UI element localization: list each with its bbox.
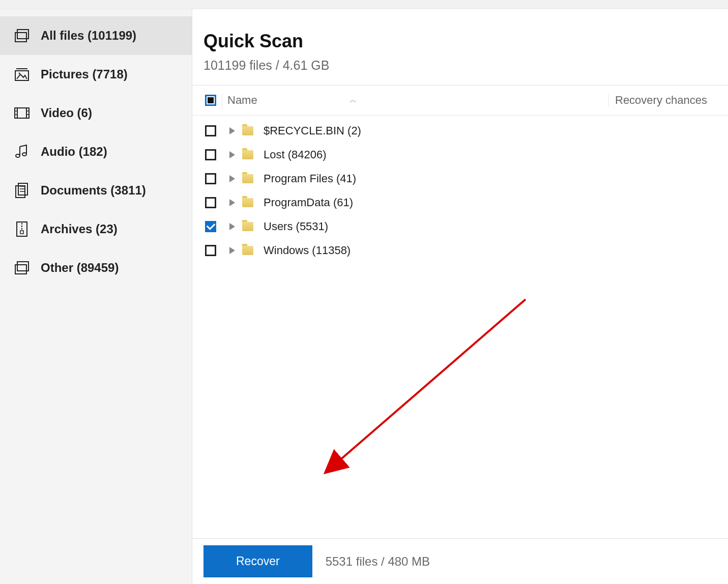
sidebar-item-audio[interactable]: Audio (182)	[0, 132, 192, 171]
folder-icon	[242, 174, 257, 183]
sidebar-item-video[interactable]: Video (6)	[0, 94, 192, 132]
footer-bar: Recover 5531 files / 480 MB	[192, 538, 728, 584]
row-checkbox[interactable]	[205, 125, 216, 136]
table-row[interactable]: Program Files (41)	[192, 166, 728, 190]
expand-toggle[interactable]	[222, 199, 242, 206]
folder-name: $RECYCLE.BIN (2)	[264, 124, 728, 137]
folder-icon	[242, 126, 257, 135]
row-checkbox[interactable]	[205, 221, 216, 232]
sidebar-item-label: Pictures (7718)	[41, 67, 128, 81]
other-icon	[14, 260, 30, 275]
expand-toggle[interactable]	[222, 175, 242, 182]
window-titlebar-strip	[0, 0, 728, 9]
audio-icon	[14, 144, 30, 159]
main-panel: Quick Scan 101199 files / 4.61 GB Name ︿…	[192, 9, 728, 584]
category-sidebar: All files (101199) Pictures (7718) Video…	[0, 9, 192, 584]
sidebar-item-label: Audio (182)	[41, 145, 107, 159]
folder-name: ProgramData (61)	[264, 196, 728, 209]
video-icon	[14, 105, 30, 121]
folder-name: Lost (84206)	[264, 148, 728, 161]
archives-icon	[14, 221, 30, 237]
sidebar-item-label: Archives (23)	[41, 222, 118, 236]
table-row[interactable]: $RECYCLE.BIN (2)	[192, 119, 728, 143]
file-list: $RECYCLE.BIN (2) Lost (84206) Program Fi…	[192, 116, 728, 262]
chevron-right-icon	[229, 247, 235, 254]
sidebar-item-label: Other (89459)	[41, 261, 119, 275]
row-checkbox[interactable]	[205, 173, 216, 184]
row-checkbox[interactable]	[205, 197, 216, 208]
table-row[interactable]: Lost (84206)	[192, 143, 728, 166]
expand-toggle[interactable]	[222, 247, 242, 254]
scan-summary: 101199 files / 4.61 GB	[203, 58, 717, 73]
expand-toggle[interactable]	[222, 151, 242, 158]
chevron-right-icon	[229, 175, 235, 182]
sidebar-item-other[interactable]: Other (89459)	[0, 248, 192, 287]
svg-rect-23	[20, 231, 23, 234]
chevron-right-icon	[229, 151, 235, 158]
documents-icon	[14, 183, 30, 198]
table-row[interactable]: Users (5531)	[192, 214, 728, 238]
svg-point-4	[19, 73, 20, 74]
page-title: Quick Scan	[203, 31, 717, 52]
column-recovery-label: Recovery chances	[615, 94, 707, 106]
column-name-label: Name	[227, 94, 257, 107]
row-checkbox[interactable]	[205, 149, 216, 160]
folder-icon	[242, 150, 257, 159]
chevron-right-icon	[229, 223, 235, 230]
table-row[interactable]: Windows (11358)	[192, 238, 728, 262]
sort-ascending-icon: ︿	[350, 96, 357, 105]
sidebar-item-all-files[interactable]: All files (101199)	[0, 16, 192, 55]
folder-icon	[242, 222, 257, 231]
folder-name: Windows (11358)	[264, 244, 728, 257]
folder-icon	[242, 246, 257, 255]
table-row[interactable]: ProgramData (61)	[192, 190, 728, 214]
sidebar-item-label: Video (6)	[41, 106, 92, 120]
column-header-recovery[interactable]: Recovery chances	[608, 94, 728, 107]
svg-point-13	[22, 153, 26, 156]
sidebar-item-archives[interactable]: Archives (23)	[0, 210, 192, 248]
sidebar-item-pictures[interactable]: Pictures (7718)	[0, 55, 192, 94]
sidebar-item-label: All files (101199)	[41, 29, 136, 43]
expand-toggle[interactable]	[222, 223, 242, 230]
select-all-checkbox[interactable]	[205, 95, 216, 106]
column-header-name[interactable]: Name ︿	[222, 94, 608, 107]
selection-status: 5531 files / 480 MB	[326, 554, 430, 569]
all-files-icon	[14, 28, 30, 43]
recover-button[interactable]: Recover	[203, 545, 312, 577]
expand-toggle[interactable]	[222, 127, 242, 134]
folder-name: Program Files (41)	[264, 172, 728, 185]
chevron-right-icon	[229, 127, 235, 134]
chevron-right-icon	[229, 199, 235, 206]
pictures-icon	[14, 67, 30, 82]
svg-point-12	[16, 154, 20, 157]
row-checkbox[interactable]	[205, 245, 216, 256]
file-table-header: Name ︿ Recovery chances	[192, 85, 728, 116]
sidebar-item-documents[interactable]: Documents (3811)	[0, 171, 192, 210]
folder-name: Users (5531)	[264, 220, 728, 233]
folder-icon	[242, 198, 257, 207]
sidebar-item-label: Documents (3811)	[41, 183, 146, 198]
